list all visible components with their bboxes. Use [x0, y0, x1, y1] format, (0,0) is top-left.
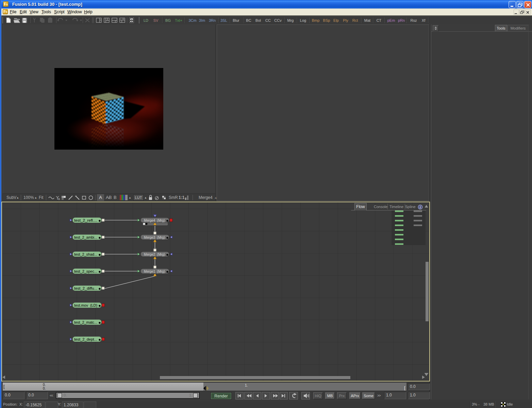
svg-text:Merge3 (Mrg): Merge3 (Mrg): [144, 235, 165, 239]
svg-text:test_2_diffu...: test_2_diffu...: [74, 286, 97, 290]
svg-text:test.mov (LD): test.mov (LD): [74, 303, 97, 307]
svg-text:test_2_shad...: test_2_shad...: [74, 252, 97, 256]
svg-text:test_2_matc...: test_2_matc...: [74, 320, 97, 324]
svg-text:Merge4 (Mrg): Merge4 (Mrg): [144, 218, 165, 222]
svg-text:B: B: [58, 198, 60, 201]
svg-text:Merge1 (Mrg): Merge1 (Mrg): [144, 269, 165, 273]
svg-text:i: i: [420, 205, 421, 209]
svg-text:test_2_dept...: test_2_dept...: [74, 337, 97, 341]
svg-text:Merge2 (Mrg): Merge2 (Mrg): [144, 252, 165, 256]
svg-text:test_2_ambi...: test_2_ambi...: [74, 235, 97, 239]
svg-text:test_2_spec...: test_2_spec...: [74, 269, 97, 273]
svg-text:test_2_refl....: test_2_refl....: [74, 218, 97, 222]
